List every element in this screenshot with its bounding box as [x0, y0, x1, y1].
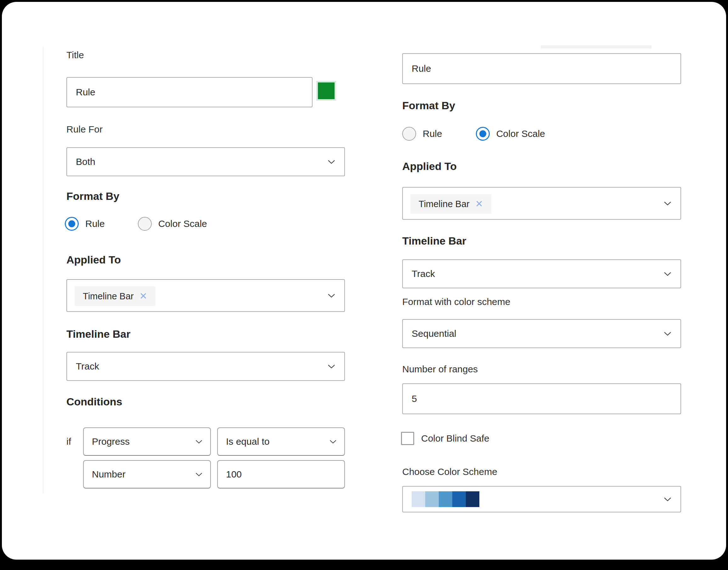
scheme-swatch — [452, 491, 466, 507]
applied-to-multiselect-left[interactable]: Timeline Bar ✕ — [66, 279, 345, 312]
chevron-down-icon — [663, 199, 672, 208]
condition-field-select[interactable]: Progress — [83, 428, 211, 456]
choose-color-scheme-label: Choose Color Scheme — [402, 467, 497, 477]
condition-field-value: Progress — [84, 436, 130, 447]
condition-value-type-value: Number — [84, 469, 125, 480]
color-blind-safe-checkbox[interactable] — [401, 432, 414, 445]
if-label: if — [66, 436, 71, 447]
title-input-right[interactable]: Rule — [402, 53, 681, 84]
scheme-type-select[interactable]: Sequential — [402, 319, 681, 348]
format-by-radiogroup-right: Rule Color Scale — [402, 126, 545, 141]
tag-label: Timeline Bar — [83, 291, 134, 302]
radio-label: Rule — [423, 128, 442, 139]
timeline-bar-select-right[interactable]: Track — [402, 259, 681, 288]
radio-label: Color Scale — [496, 128, 545, 139]
timeline-bar-heading-left: Timeline Bar — [66, 328, 130, 340]
timeline-bar-value-left: Track — [67, 361, 99, 372]
format-by-heading-right: Format By — [402, 99, 455, 112]
title-input-value: Rule — [67, 87, 95, 97]
rule-for-label: Rule For — [66, 124, 103, 135]
color-scheme-select[interactable] — [402, 486, 681, 512]
format-by-radiogroup-left: Rule Color Scale — [65, 217, 207, 231]
num-ranges-label: Number of ranges — [402, 364, 478, 374]
chevron-down-icon — [663, 329, 672, 338]
left-edge-divider — [43, 47, 43, 494]
tag-remove-icon[interactable]: ✕ — [475, 199, 483, 209]
title-input[interactable]: Rule — [66, 77, 313, 107]
title-input-right-value: Rule — [403, 63, 431, 74]
scheme-swatch — [439, 491, 452, 507]
timeline-bar-select-left[interactable]: Track — [66, 352, 345, 381]
radio-circle-icon — [65, 217, 79, 231]
condition-value-type-select[interactable]: Number — [83, 460, 211, 489]
scheme-swatch — [412, 491, 425, 507]
radio-label: Rule — [85, 219, 105, 229]
radio-circle-icon — [476, 127, 490, 141]
chevron-down-icon — [195, 470, 203, 479]
title-label: Title — [66, 50, 84, 60]
timeline-bar-value-right: Track — [403, 268, 435, 279]
chevron-down-icon — [329, 437, 337, 446]
radio-color-scale-left[interactable]: Color Scale — [138, 217, 207, 231]
format-by-heading-left: Format By — [66, 190, 119, 202]
dialog-panel: Title Rule Rule For Both Format By Rule … — [2, 2, 726, 560]
radio-label: Color Scale — [158, 219, 207, 229]
chevron-down-icon — [327, 157, 336, 167]
radio-rule-right[interactable]: Rule — [402, 127, 442, 141]
applied-to-multiselect-right[interactable]: Timeline Bar ✕ — [402, 187, 681, 220]
scheme-swatch — [466, 491, 479, 507]
chevron-down-icon — [327, 291, 336, 300]
applied-to-heading-right: Applied To — [402, 160, 457, 173]
timeline-bar-heading-right: Timeline Bar — [402, 235, 466, 247]
scrollbar-track[interactable] — [541, 45, 652, 48]
applied-to-tag-left: Timeline Bar ✕ — [75, 286, 155, 306]
radio-rule-left[interactable]: Rule — [65, 217, 105, 231]
chevron-down-icon — [195, 437, 203, 446]
rule-for-select[interactable]: Both — [66, 147, 345, 176]
condition-operator-value: Is equal to — [218, 436, 270, 447]
rule-color-swatch[interactable] — [316, 81, 336, 101]
rule-for-value: Both — [67, 157, 95, 167]
radio-circle-icon — [402, 127, 416, 141]
condition-value: 100 — [218, 469, 242, 480]
applied-to-tag-right: Timeline Bar ✕ — [410, 194, 491, 214]
scheme-swatch — [425, 491, 439, 507]
chevron-down-icon — [663, 495, 672, 504]
tag-remove-icon[interactable]: ✕ — [139, 291, 147, 301]
radio-circle-icon — [138, 217, 152, 231]
color-blind-safe-label: Color Blind Safe — [421, 433, 489, 444]
applied-to-heading-left: Applied To — [66, 254, 121, 266]
condition-operator-select[interactable]: Is equal to — [217, 428, 345, 456]
chevron-down-icon — [663, 269, 672, 279]
conditional-formatting-dialog: Title Rule Rule For Both Format By Rule … — [0, 0, 728, 570]
num-ranges-value: 5 — [403, 393, 417, 404]
radio-color-scale-right[interactable]: Color Scale — [476, 127, 545, 141]
chevron-down-icon — [327, 362, 336, 371]
color-scheme-swatches — [412, 491, 479, 507]
scheme-type-value: Sequential — [403, 328, 456, 339]
condition-value-input[interactable]: 100 — [217, 460, 345, 489]
tag-label: Timeline Bar — [419, 199, 469, 209]
format-with-scheme-label: Format with color scheme — [402, 296, 510, 307]
conditions-heading: Conditions — [66, 396, 122, 408]
num-ranges-input[interactable]: 5 — [402, 383, 681, 414]
